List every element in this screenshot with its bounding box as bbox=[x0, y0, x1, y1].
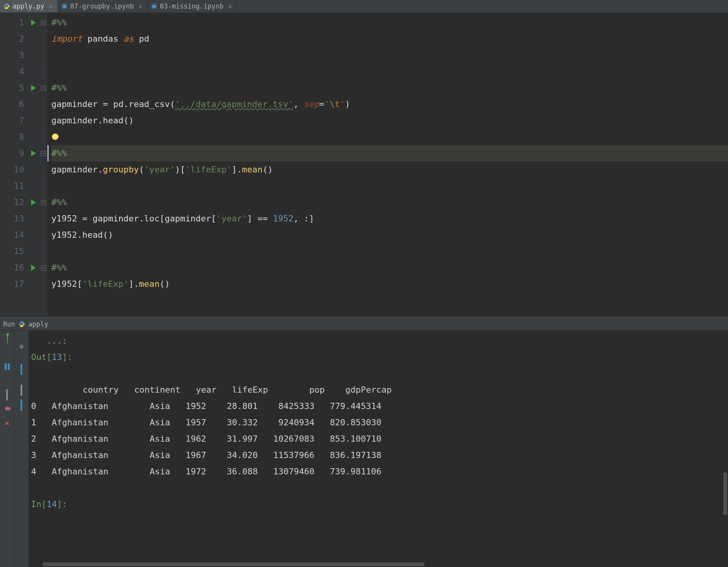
run-gutter-slot[interactable] bbox=[28, 260, 39, 276]
tab-07-groupby-ipynb[interactable]: nb07-groupby.ipynb× bbox=[58, 0, 147, 12]
console-scrollbar-horizontal[interactable] bbox=[29, 562, 723, 567]
scrollbar-thumb[interactable] bbox=[43, 562, 424, 566]
code-line[interactable] bbox=[51, 243, 728, 260]
run-cell-icon[interactable] bbox=[31, 265, 36, 271]
fold-gutter-slot bbox=[39, 178, 47, 194]
svg-point-0 bbox=[5, 4, 5, 4]
editor[interactable]: 1234567891011121314151617 #%%import pand… bbox=[0, 13, 728, 318]
pin-button[interactable] bbox=[3, 404, 11, 413]
line-number: 4 bbox=[0, 63, 24, 80]
fold-gutter-slot bbox=[39, 161, 47, 178]
code-line[interactable] bbox=[51, 129, 728, 145]
run-gutter-slot bbox=[28, 161, 39, 178]
code-line[interactable]: gapminder.head() bbox=[51, 112, 728, 129]
code-line[interactable]: gapminder.groupby('year')['lifeExp'].mea… bbox=[51, 161, 728, 178]
console-continuation: ...: bbox=[31, 333, 728, 349]
code-line[interactable]: y1952 = gapminder.loc[gapminder['year'] … bbox=[51, 211, 728, 227]
code-line[interactable]: #%% bbox=[51, 194, 728, 211]
python-icon bbox=[18, 321, 25, 328]
run-gutter-slot bbox=[28, 47, 39, 63]
close-button[interactable]: × bbox=[3, 418, 11, 427]
run-cell-icon[interactable] bbox=[31, 199, 36, 205]
line-number: 3 bbox=[0, 47, 24, 63]
code-line[interactable]: import pandas as pd bbox=[51, 31, 728, 47]
fold-gutter-slot bbox=[39, 112, 47, 129]
fold-toggle-icon[interactable] bbox=[41, 86, 46, 91]
fold-gutter-slot bbox=[39, 96, 47, 112]
svg-point-7 bbox=[23, 326, 23, 326]
code-line[interactable]: y1952['lifeExp'].mean() bbox=[51, 276, 728, 292]
line-number: 9 bbox=[0, 145, 24, 161]
run-gutter-slot[interactable] bbox=[28, 194, 39, 211]
run-gutter-slot[interactable] bbox=[28, 14, 39, 31]
run-cell-icon[interactable] bbox=[31, 19, 36, 26]
rerun-button[interactable] bbox=[3, 334, 11, 343]
fold-toggle-icon[interactable] bbox=[41, 265, 46, 270]
code-area[interactable]: #%%import pandas as pd#%%gapminder = pd.… bbox=[47, 13, 728, 316]
scrollbar-thumb[interactable] bbox=[723, 472, 727, 515]
intention-bulb-icon[interactable] bbox=[51, 133, 59, 141]
line-number: 7 bbox=[0, 112, 24, 129]
line-number: 11 bbox=[0, 178, 24, 194]
gear-icon bbox=[6, 390, 8, 400]
fold-gutter-slot bbox=[39, 63, 47, 80]
soft-wrap-button[interactable] bbox=[21, 385, 22, 395]
code-line[interactable]: #%% bbox=[51, 260, 728, 276]
run-gutter-slot bbox=[28, 112, 39, 129]
run-gutter-slot[interactable] bbox=[28, 145, 39, 161]
toggle-tree-button[interactable] bbox=[21, 365, 22, 374]
table-header: country continent year lifeExp pop gdpPe… bbox=[31, 382, 728, 398]
close-icon[interactable]: × bbox=[138, 3, 142, 10]
line-number: 6 bbox=[0, 96, 24, 112]
code-line[interactable]: gapminder = pd.read_csv('../data/gapmind… bbox=[51, 96, 728, 112]
trash-icon bbox=[21, 399, 22, 411]
fold-line bbox=[43, 129, 44, 145]
fold-gutter bbox=[39, 13, 47, 316]
fold-gutter-slot bbox=[39, 129, 47, 145]
line-number: 14 bbox=[0, 227, 24, 243]
code-line[interactable] bbox=[51, 63, 728, 80]
code-line[interactable]: #%% bbox=[51, 145, 728, 161]
scroll-down-button[interactable] bbox=[19, 349, 24, 359]
fold-gutter-slot bbox=[39, 31, 47, 47]
notebook-icon: nb bbox=[150, 3, 158, 10]
svg-text:nb: nb bbox=[152, 5, 156, 8]
ide-root: apply.py×nb07-groupby.ipynb×nb03-missing… bbox=[0, 0, 728, 567]
fold-toggle-icon[interactable] bbox=[41, 200, 46, 205]
fold-toggle-icon[interactable] bbox=[41, 20, 46, 25]
tab-03-missing-ipynb[interactable]: nb03-missing.ipynb× bbox=[147, 0, 237, 12]
debug-repl-button[interactable] bbox=[3, 376, 11, 385]
fold-line bbox=[43, 178, 44, 194]
code-line[interactable]: #%% bbox=[51, 80, 728, 96]
tree-icon bbox=[21, 364, 22, 375]
run-cell-icon[interactable] bbox=[31, 85, 36, 91]
console-output[interactable]: ...:Out[13]: country continent year life… bbox=[29, 330, 728, 567]
run-gutter-slot bbox=[28, 96, 39, 112]
settings-button[interactable] bbox=[3, 390, 11, 399]
run-gutter-slot bbox=[28, 178, 39, 194]
line-number: 12 bbox=[0, 194, 24, 211]
close-icon[interactable]: × bbox=[49, 3, 53, 10]
pause-icon bbox=[5, 363, 10, 370]
line-number: 16 bbox=[0, 260, 24, 276]
code-line[interactable]: y1952.head() bbox=[51, 227, 728, 243]
svg-point-1 bbox=[7, 8, 8, 8]
console-scrollbar-vertical[interactable] bbox=[723, 330, 728, 567]
code-line[interactable] bbox=[51, 47, 728, 63]
tab-apply-py[interactable]: apply.py× bbox=[0, 0, 58, 12]
code-line[interactable] bbox=[51, 178, 728, 194]
fold-toggle-icon[interactable] bbox=[41, 151, 46, 156]
console-out-label: Out[13]: bbox=[31, 349, 728, 365]
pause-button[interactable] bbox=[3, 362, 11, 371]
fold-gutter-slot bbox=[39, 211, 47, 227]
close-icon[interactable]: × bbox=[228, 3, 232, 10]
run-gutter-slot[interactable] bbox=[28, 80, 39, 96]
clear-all-button[interactable] bbox=[21, 400, 22, 410]
console-in-label[interactable]: In[14]: bbox=[31, 496, 728, 513]
code-line[interactable]: #%% bbox=[51, 14, 728, 31]
run-cell-icon[interactable] bbox=[31, 150, 36, 156]
stop-button[interactable] bbox=[3, 348, 11, 357]
blank bbox=[31, 365, 728, 382]
down-icon bbox=[19, 346, 24, 359]
scroll-up-button[interactable] bbox=[19, 334, 24, 344]
